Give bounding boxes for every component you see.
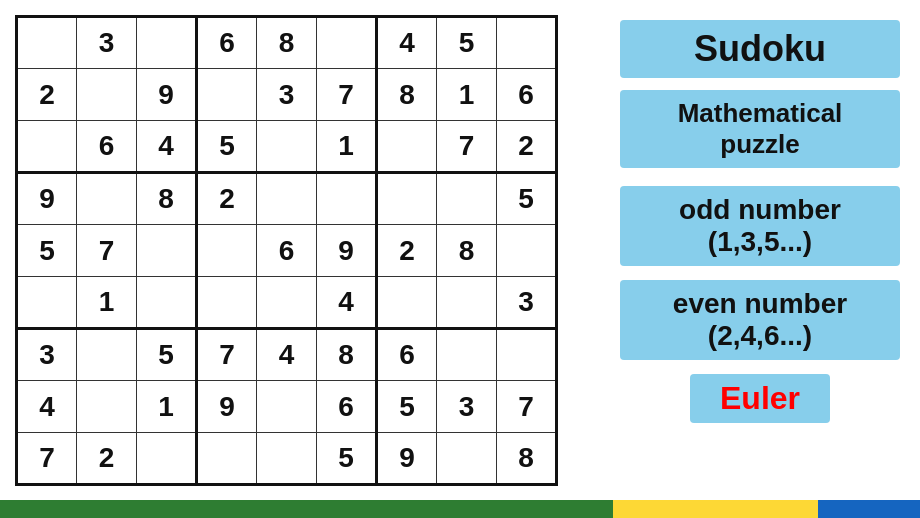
cell-8-6: 9	[377, 433, 437, 485]
cell-6-3: 7	[197, 329, 257, 381]
cell-7-7: 3	[437, 381, 497, 433]
odd-number-label: odd number (1,3,5...)	[620, 186, 900, 266]
cell-7-0: 4	[17, 381, 77, 433]
cell-8-3	[197, 433, 257, 485]
cell-3-8: 5	[497, 173, 557, 225]
cell-4-1: 7	[77, 225, 137, 277]
cell-5-0	[17, 277, 77, 329]
bottom-bar	[0, 500, 920, 518]
cell-2-3: 5	[197, 121, 257, 173]
math-puzzle-label: Mathematical puzzle	[620, 90, 900, 168]
main-content: 3684529378166451729825576928143357486419…	[0, 0, 920, 500]
cell-1-5: 7	[317, 69, 377, 121]
cell-8-8: 8	[497, 433, 557, 485]
cell-3-7	[437, 173, 497, 225]
cell-0-0	[17, 17, 77, 69]
cell-0-5	[317, 17, 377, 69]
cell-3-2: 8	[137, 173, 197, 225]
sudoku-label: Sudoku	[620, 20, 900, 78]
cell-7-3: 9	[197, 381, 257, 433]
bottom-bar-segment	[0, 500, 613, 518]
cell-6-5: 8	[317, 329, 377, 381]
cell-8-4	[257, 433, 317, 485]
cell-4-5: 9	[317, 225, 377, 277]
cell-4-8	[497, 225, 557, 277]
cell-7-1	[77, 381, 137, 433]
cell-1-3	[197, 69, 257, 121]
cell-8-2	[137, 433, 197, 485]
cell-2-6	[377, 121, 437, 173]
cell-0-4: 8	[257, 17, 317, 69]
cell-7-5: 6	[317, 381, 377, 433]
cell-1-1	[77, 69, 137, 121]
cell-6-2: 5	[137, 329, 197, 381]
even-number-label: even number (2,4,6...)	[620, 280, 900, 360]
bottom-bar-segment	[613, 500, 817, 518]
cell-0-6: 4	[377, 17, 437, 69]
euler-label: Euler	[690, 374, 830, 423]
cell-7-8: 7	[497, 381, 557, 433]
cell-3-6	[377, 173, 437, 225]
cell-0-7: 5	[437, 17, 497, 69]
cell-6-0: 3	[17, 329, 77, 381]
cell-4-3	[197, 225, 257, 277]
cell-6-8	[497, 329, 557, 381]
cell-6-1	[77, 329, 137, 381]
cell-7-2: 1	[137, 381, 197, 433]
right-panel: Sudoku Mathematical puzzle odd number (1…	[600, 10, 920, 500]
sudoku-grid: 3684529378166451729825576928143357486419…	[15, 15, 558, 486]
cell-8-5: 5	[317, 433, 377, 485]
cell-3-3: 2	[197, 173, 257, 225]
cell-5-4	[257, 277, 317, 329]
bottom-bar-segment	[818, 500, 920, 518]
cell-4-6: 2	[377, 225, 437, 277]
cell-1-4: 3	[257, 69, 317, 121]
cell-2-0	[17, 121, 77, 173]
cell-5-2	[137, 277, 197, 329]
cell-3-5	[317, 173, 377, 225]
cell-2-8: 2	[497, 121, 557, 173]
cell-5-6	[377, 277, 437, 329]
sudoku-area: 3684529378166451729825576928143357486419…	[10, 10, 600, 500]
cell-4-0: 5	[17, 225, 77, 277]
cell-5-3	[197, 277, 257, 329]
cell-6-6: 6	[377, 329, 437, 381]
cell-2-4	[257, 121, 317, 173]
cell-3-1	[77, 173, 137, 225]
cell-3-4	[257, 173, 317, 225]
cell-1-7: 1	[437, 69, 497, 121]
cell-5-8: 3	[497, 277, 557, 329]
cell-4-2	[137, 225, 197, 277]
cell-5-1: 1	[77, 277, 137, 329]
cell-1-0: 2	[17, 69, 77, 121]
cell-6-7	[437, 329, 497, 381]
cell-4-4: 6	[257, 225, 317, 277]
cell-0-8	[497, 17, 557, 69]
cell-3-0: 9	[17, 173, 77, 225]
cell-5-5: 4	[317, 277, 377, 329]
cell-7-6: 5	[377, 381, 437, 433]
cell-1-2: 9	[137, 69, 197, 121]
cell-1-6: 8	[377, 69, 437, 121]
cell-7-4	[257, 381, 317, 433]
cell-8-7	[437, 433, 497, 485]
cell-2-2: 4	[137, 121, 197, 173]
cell-1-8: 6	[497, 69, 557, 121]
cell-0-1: 3	[77, 17, 137, 69]
cell-0-2	[137, 17, 197, 69]
cell-4-7: 8	[437, 225, 497, 277]
cell-6-4: 4	[257, 329, 317, 381]
cell-2-1: 6	[77, 121, 137, 173]
cell-8-0: 7	[17, 433, 77, 485]
cell-5-7	[437, 277, 497, 329]
cell-8-1: 2	[77, 433, 137, 485]
cell-2-5: 1	[317, 121, 377, 173]
cell-2-7: 7	[437, 121, 497, 173]
cell-0-3: 6	[197, 17, 257, 69]
